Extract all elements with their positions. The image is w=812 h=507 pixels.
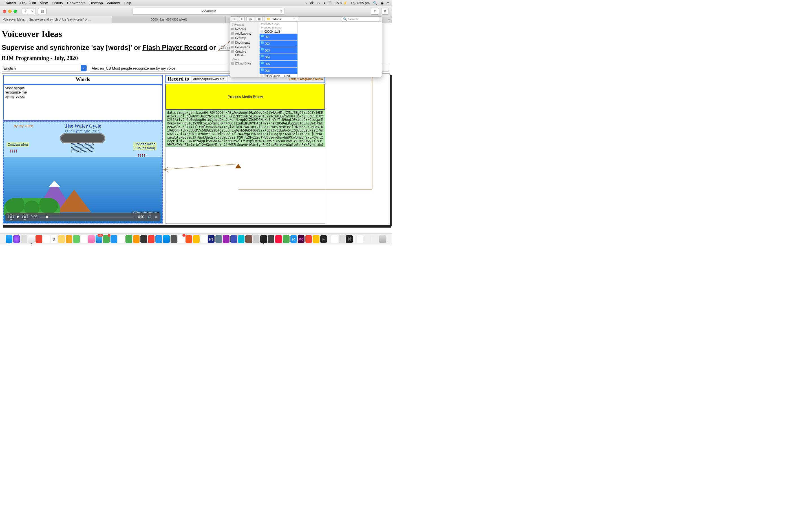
menu-help[interactable]: Help [124,1,132,5]
dock-app-7[interactable]: 9 [51,235,57,243]
volume-icon[interactable]: 🔊 [147,215,152,219]
dock-firefox[interactable] [193,235,200,243]
fd-row[interactable]: 006 [259,67,298,74]
dock-app-38[interactable] [283,235,290,243]
menu-bookmarks[interactable]: Bookmarks [67,1,86,5]
dock-app-43[interactable]: F [320,235,327,243]
dock-numbers[interactable] [125,235,132,243]
clock[interactable]: Thu 8:55 pm [351,1,370,5]
dock-app-37[interactable] [275,235,282,243]
close-window[interactable] [3,10,6,13]
menu-history[interactable]: History [52,1,63,5]
menu-window[interactable]: Window [107,1,120,5]
dock-gimp[interactable] [253,235,260,243]
dock-app-10[interactable] [73,235,80,243]
fd-search[interactable]: 🔍 Search [341,17,380,21]
dock-photoshop[interactable]: Ps [208,235,214,243]
dock-safari[interactable] [28,235,35,243]
dock-xd[interactable]: Xd [298,235,305,243]
media-play-button[interactable] [17,215,19,219]
share-button[interactable]: ⇪ [371,8,379,15]
tabs-button[interactable]: ⧉ [381,8,389,15]
tab-1[interactable]: 0000_1.gif 452×306 pixels [113,16,225,23]
dock-terminal[interactable] [260,235,267,243]
status-icon-2[interactable]: Ⓜ [310,1,313,5]
dock-recent-3[interactable]: ✕ [346,235,353,243]
dock-mail[interactable]: 382 [96,235,102,243]
menu-file[interactable]: File [20,1,26,5]
language-select[interactable]: English ▾ [2,65,87,71]
dock-filezilla[interactable] [305,235,312,243]
fd-row[interactable]: 330px-Jupit…_Red_Spot.jpg [259,74,297,77]
fd-location[interactable]: 📁 htdocs ⌃ [264,17,298,21]
dock-messages[interactable]: 2 [103,235,110,243]
zoom-window[interactable] [13,10,17,13]
dock-app-23[interactable] [170,235,177,243]
tab-0[interactable]: Voiceover ideas ... Supervise and synchr… [0,16,113,23]
dock-app-15[interactable] [110,235,117,243]
dock-app-21[interactable] [155,235,162,243]
dock-trash[interactable] [379,235,386,243]
menu-develop[interactable]: Develop [89,1,103,5]
dock-finder[interactable] [6,235,12,243]
fd-side-documents[interactable]: Documents [230,40,259,45]
fd-row[interactable]: 005 [259,61,298,67]
words-textarea[interactable] [3,84,163,121]
forward-15-button[interactable]: 15 [22,214,28,220]
dock-slack[interactable]: 1 [178,235,185,243]
bluetooth-icon[interactable]: ⌖ [323,1,325,5]
dock-app-20[interactable] [148,235,155,243]
back-button[interactable]: < [22,8,29,14]
dock-app-19[interactable] [140,235,147,243]
dock-contacts[interactable] [36,235,42,243]
dock-launchpad[interactable] [20,235,28,243]
notification-center-icon[interactable]: ≡ [387,1,389,5]
dock-app-36[interactable] [268,235,274,243]
airplay-icon[interactable]: ▭ [317,1,320,5]
dock-app-42[interactable] [313,235,319,243]
process-media-box[interactable]: Process Media Below [165,83,325,110]
dock-app-31[interactable] [231,235,237,243]
wifi-icon[interactable]: ☰ [329,1,332,5]
app-name[interactable]: Safari [6,1,16,5]
fd-view-mode[interactable]: ▤▾ [246,17,254,21]
flash-player-link[interactable]: Flash Player Record [142,44,207,52]
dock-music[interactable] [88,235,95,243]
dock-folder-2[interactable] [372,235,378,243]
dock-recent-2[interactable] [339,235,345,243]
fd-group[interactable]: ▦ [256,17,262,21]
dock-keynote[interactable] [133,235,140,243]
base64-text[interactable]: data:image/gif;base64,R0lGODlhxAEyAecAAA… [165,110,325,147]
siri-icon[interactable]: ◉ [380,1,384,5]
minimize-window[interactable] [8,10,11,13]
new-tab-button[interactable]: + [388,17,391,22]
fd-side-icloud-drive[interactable]: iCloud Drive [230,61,259,66]
dock-app-25[interactable] [186,235,192,243]
reload-icon[interactable]: ⟳ [280,9,283,13]
forward-button[interactable]: > [29,8,36,14]
dock-app-30[interactable] [223,235,230,243]
spotlight-icon[interactable]: 🔍 [373,1,377,5]
airplay-media-icon[interactable]: ▭ [154,215,158,219]
rewind-15-button[interactable]: 15 [8,214,14,220]
dock-pages[interactable] [118,235,125,243]
dock-notes[interactable] [58,235,65,243]
dock-siri[interactable] [13,235,20,243]
fd-side-downloads[interactable]: Downloads [230,45,259,49]
fd-fwd[interactable]: > [239,17,245,21]
fd-row[interactable]: 003 [259,47,298,54]
fd-side-creative-cloud[interactable]: Creative Cloud… [230,49,259,57]
fd-row[interactable]: 002 [259,40,298,47]
battery-status[interactable]: 15% ⚡ [335,1,347,5]
media-progress[interactable] [40,217,134,217]
menu-view[interactable]: View [40,1,48,5]
status-icon-1[interactable]: ⟐ [305,1,307,5]
fd-row[interactable]: 001 [259,34,298,40]
menu-edit[interactable]: Edit [30,1,36,5]
dock-reminders[interactable] [81,235,87,243]
dock-downloads[interactable] [357,235,364,243]
fd-side-desktop[interactable]: Desktop [230,36,259,40]
dock-chrome[interactable] [200,235,207,243]
fd-row[interactable]: 004 [259,54,298,61]
fd-side-applications[interactable]: Applications [230,31,259,36]
